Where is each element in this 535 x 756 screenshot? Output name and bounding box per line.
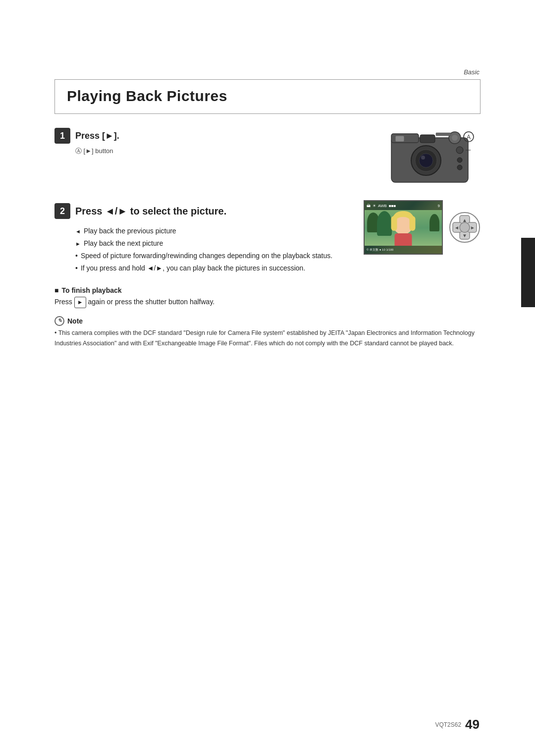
- page-footer: VQT2S62 49: [435, 717, 480, 732]
- svg-text:▲: ▲: [462, 217, 467, 223]
- svg-point-10: [457, 165, 462, 170]
- svg-rect-6: [420, 135, 435, 143]
- bullet-next: Play back the next picture: [75, 238, 364, 249]
- note-icon: ✎: [54, 316, 64, 326]
- svg-point-5: [421, 156, 425, 160]
- step2-left: 2 Press ◄/► to select the picture. Play …: [54, 203, 364, 277]
- svg-text:◄: ◄: [454, 225, 459, 230]
- section-title: Playing Back Pictures: [67, 88, 227, 104]
- step2-instruction: Press ◄/► to select the picture.: [75, 206, 226, 217]
- svg-text:▼: ▼: [462, 233, 467, 238]
- step1-row: 1 Press [►]. Ⓐ [►] button: [54, 128, 481, 187]
- step2-right: 🏔☀AWB■■■9: [364, 200, 481, 255]
- svg-point-22: [460, 222, 470, 232]
- finish-title: To finish playback: [54, 286, 481, 294]
- bullet-prev: Play back the previous picture: [75, 226, 364, 236]
- step1-badge: 1: [54, 128, 70, 144]
- svg-text:►: ►: [470, 225, 475, 230]
- svg-text:A: A: [467, 134, 471, 141]
- right-tab: [521, 238, 535, 307]
- screen-info-bar: 🏔☀AWB■■■9: [365, 201, 442, 210]
- bullet-hold: If you press and hold ◄/►, you can play …: [75, 263, 364, 273]
- step2-badge: 2: [54, 203, 70, 219]
- step2-header: 2 Press ◄/► to select the picture.: [54, 203, 364, 219]
- svg-point-8: [456, 147, 463, 154]
- note-header: ✎ Note: [54, 316, 481, 326]
- svg-point-9: [457, 158, 462, 162]
- page-wrapper: Basic Playing Back Pictures 1 Press [►].…: [0, 0, 535, 756]
- footer-page-number: 49: [465, 717, 480, 732]
- finish-section: To finish playback Press ► again or pres…: [54, 286, 481, 308]
- svg-rect-13: [436, 133, 451, 136]
- step2-row: 2 Press ◄/► to select the picture. Play …: [54, 203, 481, 277]
- section-box: Playing Back Pictures: [54, 79, 481, 114]
- note-label: Note: [67, 317, 83, 325]
- dpad-illustration: ▲ ▼ ◄ ►: [449, 212, 481, 243]
- svg-point-12: [452, 135, 458, 141]
- svg-rect-7: [395, 136, 404, 142]
- top-label: Basic: [464, 68, 480, 76]
- step1-sub: Ⓐ [►] button: [75, 147, 119, 156]
- camera-illustration: A: [381, 123, 481, 187]
- screen-bottom-bar: © 本文数 ● 10 1/100: [365, 246, 442, 254]
- note-section: ✎ Note • This camera complies with the D…: [54, 316, 481, 349]
- svg-point-4: [419, 154, 433, 167]
- finish-text: Press ► again or press the shutter butto…: [54, 296, 481, 308]
- footer-code: VQT2S62: [435, 721, 461, 728]
- step1-left: 1 Press [►]. Ⓐ [►] button: [54, 128, 119, 156]
- step1-instruction: Press [►].: [75, 131, 119, 141]
- screen-preview: 🏔☀AWB■■■9: [364, 200, 443, 255]
- step2-bullets: Play back the previous picture Play back…: [75, 226, 364, 273]
- bullet-speed: Speed of picture forwarding/rewinding ch…: [75, 251, 364, 261]
- playback-button-icon: ►: [74, 297, 86, 308]
- note-text: • This camera complies with the DCF stan…: [54, 328, 481, 349]
- step1-header: 1 Press [►].: [54, 128, 119, 144]
